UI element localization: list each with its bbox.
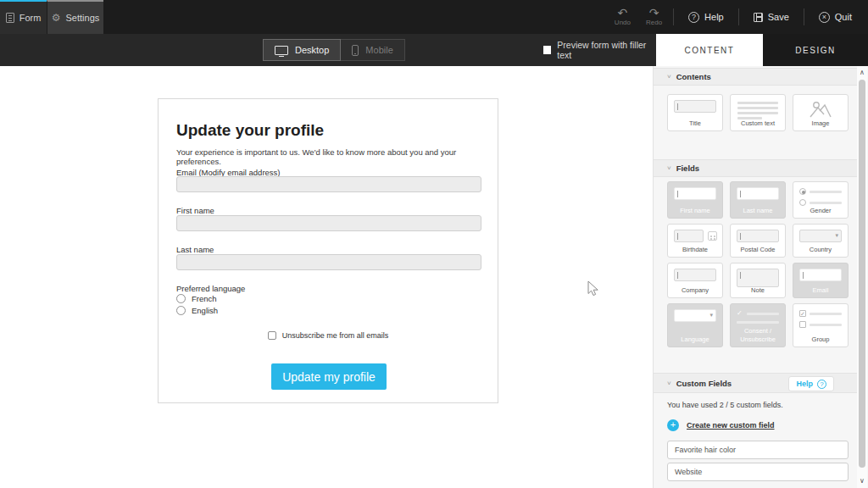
card-label: Email (813, 286, 829, 294)
card-label: Title (689, 119, 701, 127)
redo-button[interactable]: ↷ Redo (638, 8, 670, 26)
save-button[interactable]: Save (743, 12, 800, 22)
card-label: Image (812, 119, 830, 127)
content-card-title[interactable]: Title (667, 94, 723, 131)
email-input[interactable] (176, 176, 481, 192)
form-description[interactable]: Your experience is important to us. We'd… (176, 147, 498, 166)
card-label: Company (682, 286, 709, 294)
field-card-country[interactable]: ▾ Country (793, 224, 849, 258)
help-label: Help (796, 380, 813, 388)
scrollbar-thumb[interactable] (859, 80, 865, 468)
create-custom-field-link[interactable]: + Create new custom field (667, 419, 775, 431)
view-toolbar: Desktop Mobile Preview form with filler … (0, 34, 656, 66)
card-label: Language (681, 336, 709, 343)
unsubscribe-row[interactable]: Unsubscribe me from all emails (159, 331, 498, 340)
title-block-icon (674, 100, 716, 113)
mobile-toggle-button[interactable]: Mobile (341, 39, 404, 61)
field-card-email[interactable]: Email (793, 263, 849, 298)
chevron-down-icon: ˅ (667, 380, 671, 387)
contents-grid: Title Custom text Image (667, 94, 849, 131)
quit-icon: × (819, 12, 830, 23)
chevron-down-icon: ˅ (667, 73, 671, 80)
preview-filler-checkbox-row[interactable]: Preview form with filler text (543, 34, 656, 66)
update-profile-button[interactable]: Update my profile (271, 363, 387, 390)
mobile-label: Mobile (365, 45, 392, 55)
radio-option-english[interactable]: English (176, 306, 218, 315)
form-icon (6, 13, 14, 23)
content-card-image[interactable]: Image (793, 94, 849, 131)
section-header-fields[interactable]: ˅ Fields (654, 159, 858, 177)
help-icon: ? (688, 12, 699, 23)
undo-icon: ↶ (618, 8, 628, 18)
first-name-label: First name (176, 206, 214, 215)
section-header-custom-fields[interactable]: ˅ Custom Fields Help ? (654, 373, 858, 393)
form-preview-card: Update your profile Your experience is i… (158, 98, 498, 403)
tab-form[interactable]: Form (0, 0, 47, 34)
tab-content[interactable]: CONTENT (656, 34, 763, 66)
field-card-last-name[interactable]: Last name (730, 181, 786, 219)
tab-design[interactable]: DESIGN (763, 34, 868, 66)
desktop-toggle-button[interactable]: Desktop (263, 39, 341, 61)
custom-field-website[interactable]: Website (667, 463, 849, 481)
custom-field-favorite-hair-color[interactable]: Favorite hair color (667, 441, 849, 459)
section-title: Fields (676, 164, 699, 173)
field-card-company[interactable]: Company (667, 263, 723, 298)
caret-down-icon: ▾ (709, 312, 713, 319)
text-input-icon (737, 187, 779, 200)
help-button[interactable]: ? Help (677, 12, 735, 23)
undo-button[interactable]: ↶ Undo (607, 8, 638, 26)
tab-form-label: Form (19, 13, 42, 23)
calendar-icon (708, 231, 717, 241)
tab-settings[interactable]: ⚙ Settings (47, 0, 103, 34)
text-lines-icon (737, 102, 778, 119)
mobile-icon (352, 45, 359, 56)
sidebar-scrollbar[interactable]: ∧ ∨ (857, 66, 867, 488)
help-icon: ? (817, 380, 826, 389)
field-card-note[interactable]: Note (730, 263, 786, 298)
caret-down-icon: ▾ (835, 232, 838, 239)
preview-filler-label: Preview form with filler text (557, 40, 656, 60)
radio-option-french[interactable]: French (176, 294, 217, 303)
section-header-contents[interactable]: ˅ Contents (654, 68, 858, 86)
scroll-down-arrow[interactable]: ∨ (857, 476, 867, 486)
last-name-input[interactable] (176, 254, 481, 270)
unsubscribe-label: Unsubscribe me from all emails (282, 331, 389, 340)
divider (738, 8, 739, 25)
field-card-first-name[interactable]: First name (667, 181, 723, 219)
top-bar: Form ⚙ Settings ↶ Undo ↷ Redo ? Help Sav… (0, 0, 868, 34)
text-input-icon (799, 269, 842, 281)
quit-button[interactable]: × Quit (808, 12, 863, 23)
form-title[interactable]: Update your profile (176, 121, 324, 140)
card-label: Consent / Unsubscribe (733, 327, 782, 343)
field-card-postal-code[interactable]: Postal Code (730, 224, 786, 258)
card-label: Last name (743, 207, 772, 214)
field-card-birthdate[interactable]: Birthdate (667, 224, 723, 258)
field-card-consent-unsubscribe[interactable]: ✓ Consent / Unsubscribe (730, 303, 786, 347)
text-input-icon (674, 187, 716, 200)
preview-filler-checkbox[interactable] (543, 46, 551, 54)
tab-settings-label: Settings (66, 13, 100, 23)
radio-icon[interactable] (176, 306, 186, 315)
date-input-icon (674, 230, 704, 242)
content-card-custom-text[interactable]: Custom text (730, 94, 786, 131)
divider (673, 8, 674, 25)
undo-label: Undo (615, 19, 631, 26)
radio-icon[interactable] (176, 294, 186, 303)
card-label: Gender (810, 207, 831, 214)
save-label: Save (768, 12, 789, 22)
divider (804, 8, 804, 25)
field-card-language[interactable]: ▾ Language (667, 303, 723, 347)
field-card-gender[interactable]: Gender (793, 181, 849, 219)
help-label: Help (704, 12, 724, 22)
field-card-group[interactable]: ✓ Group (793, 303, 849, 347)
scroll-up-arrow[interactable]: ∧ (857, 68, 867, 78)
custom-fields-help-button[interactable]: Help ? (788, 376, 834, 391)
card-label: Birthdate (682, 246, 708, 253)
desktop-icon (275, 46, 288, 55)
unsubscribe-checkbox[interactable] (268, 331, 276, 340)
last-name-label: Last name (176, 245, 214, 254)
card-label: Postal Code (741, 246, 776, 253)
create-label: Create new custom field (687, 421, 775, 430)
section-title: Custom Fields (676, 379, 732, 388)
first-name-input[interactable] (176, 215, 481, 231)
